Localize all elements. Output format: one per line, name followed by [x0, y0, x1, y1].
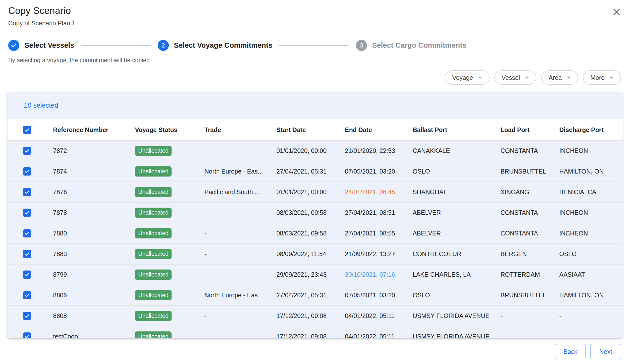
end-date-cell: 07/05/2021, 03:20: [345, 161, 412, 182]
step-number-badge: 2: [158, 40, 169, 51]
column-header-trade[interactable]: Trade: [204, 119, 276, 141]
trade-cell: -: [204, 326, 276, 338]
discharge-port-cell: INCHEON: [559, 141, 623, 161]
reference-number-cell: 7876: [53, 182, 135, 202]
ballast-port-cell: ABELVER: [412, 223, 500, 244]
end-date-cell: 24/01/2021, 06:45: [345, 182, 412, 202]
column-header-discharge-port[interactable]: Discharge Port: [559, 119, 623, 141]
row-checkbox[interactable]: [23, 250, 31, 258]
discharge-port-cell: -: [559, 306, 623, 326]
reference-number-cell: 8808: [53, 306, 135, 326]
ballast-port-cell: LAKE CHARLES, LA: [412, 264, 500, 285]
discharge-port-cell: BENICIA, CA: [559, 182, 623, 202]
table-row[interactable]: 7883 Unallocated - 08/09/2022, 11:54 21/…: [8, 244, 623, 264]
row-checkbox[interactable]: [23, 291, 31, 299]
step-label: Select Cargo Commitments: [372, 41, 466, 49]
filter-label: Voyage: [452, 74, 473, 81]
trade-cell: North Europe - Eas...: [204, 285, 276, 306]
voyage-commitments-table: Reference Number Voyage Status Trade Sta…: [8, 119, 623, 338]
row-checkbox[interactable]: [23, 229, 31, 237]
voyage-status-badge: Unallocated: [135, 208, 172, 218]
next-button[interactable]: Next: [590, 344, 621, 359]
row-checkbox[interactable]: [23, 209, 31, 217]
table-row[interactable]: 7872 Unallocated - 01/01/2020, 00:00 21/…: [8, 141, 623, 161]
voyage-status-badge: Unallocated: [135, 290, 172, 300]
voyage-status-badge: Unallocated: [135, 332, 172, 338]
voyage-table-body: 7872 Unallocated - 01/01/2020, 00:00 21/…: [8, 141, 623, 338]
end-date-cell: 27/04/2021, 08:55: [345, 223, 412, 244]
table-row[interactable]: 8806 Unallocated North Europe - Eas... 2…: [8, 285, 623, 306]
end-date-cell: 04/01/2022, 05:11: [345, 326, 412, 338]
filter-bar: Voyage Vessel Area More: [445, 70, 621, 85]
row-checkbox[interactable]: [23, 333, 31, 338]
chevron-down-icon: [478, 77, 482, 79]
chevron-down-icon: [567, 77, 571, 79]
voyage-status-badge: Unallocated: [135, 228, 172, 238]
ballast-port-cell: OSLO: [412, 285, 500, 306]
row-checkbox[interactable]: [23, 167, 31, 176]
start-date-cell: 01/01/2020, 00:00: [276, 141, 345, 161]
discharge-port-cell: OSLO: [559, 244, 623, 264]
end-date-cell: 04/01/2022, 05:11: [345, 306, 412, 326]
row-checkbox[interactable]: [23, 312, 31, 320]
end-date-cell: 07/05/2021, 03:20: [345, 285, 412, 306]
step-select-cargo-commitments[interactable]: 3 Select Cargo Commitments: [356, 40, 466, 51]
check-icon: [24, 292, 30, 298]
selection-summary-bar: 10 selected: [8, 92, 623, 119]
column-header-load-port[interactable]: Load Port: [500, 119, 559, 141]
filter-label: More: [590, 74, 604, 81]
column-header-voyage-status[interactable]: Voyage Status: [135, 119, 204, 141]
page-title: Copy Scenario: [8, 5, 76, 16]
back-button[interactable]: Back: [555, 344, 586, 359]
table-row[interactable]: 7876 Unallocated Pacific and South ... 0…: [8, 182, 623, 202]
column-header-end-date[interactable]: End Date: [345, 119, 412, 141]
column-header-start-date[interactable]: Start Date: [276, 119, 345, 141]
check-icon: [24, 189, 30, 195]
start-date-cell: 27/04/2021, 05:31: [276, 161, 345, 182]
reference-number-cell: 7883: [53, 244, 135, 264]
dialog-footer: Back Next: [555, 344, 621, 359]
trade-cell: -: [204, 202, 276, 223]
start-date-cell: 08/03/2021, 09:58: [276, 202, 345, 223]
select-all-checkbox[interactable]: [23, 126, 31, 134]
page-subtitle: Copy of Scenario Plan 1: [8, 20, 76, 27]
load-port-cell: CONSTANTA: [500, 202, 559, 223]
filter-vessel[interactable]: Vessel: [494, 70, 536, 85]
table-row[interactable]: 7880 Unallocated - 08/03/2021, 09:58 27/…: [8, 223, 623, 244]
row-checkbox[interactable]: [23, 188, 31, 196]
ballast-port-cell: USMSY FLORIDA AVENUE: [412, 326, 500, 338]
reference-number-cell: 8799: [53, 264, 135, 285]
ballast-port-cell: CANAKKALE: [412, 141, 500, 161]
row-checkbox[interactable]: [23, 147, 31, 155]
trade-cell: -: [204, 223, 276, 244]
close-button[interactable]: [611, 6, 622, 17]
table-row[interactable]: 7878 Unallocated - 08/03/2021, 09:58 27/…: [8, 202, 623, 223]
check-icon: [24, 148, 30, 154]
ballast-port-cell: CONTRECOEUR: [412, 244, 500, 264]
table-header-row: Reference Number Voyage Status Trade Sta…: [8, 119, 623, 141]
reference-number-cell: 8806: [53, 285, 135, 306]
voyage-status-badge: Unallocated: [135, 146, 172, 156]
table-row[interactable]: testCooo Unallocated - 17/12/2021, 09:08…: [8, 326, 623, 338]
reference-number-cell: 7880: [53, 223, 135, 244]
trade-cell: North Europe - Eas...: [204, 161, 276, 182]
step-select-vessels[interactable]: Select Vessels: [8, 40, 74, 51]
column-header-reference-number[interactable]: Reference Number: [53, 119, 135, 141]
check-icon: [24, 210, 30, 216]
row-checkbox[interactable]: [23, 271, 31, 279]
table-row[interactable]: 8808 Unallocated - 17/12/2021, 09:08 04/…: [8, 306, 623, 326]
table-row[interactable]: 8799 Unallocated - 29/09/2021, 23:43 30/…: [8, 264, 623, 285]
voyage-status-badge: Unallocated: [135, 166, 172, 177]
end-date-cell: 21/01/2020, 22:53: [345, 141, 412, 161]
load-port-cell: -: [500, 326, 559, 338]
load-port-cell: ROTTERDAM: [500, 264, 559, 285]
filter-voyage[interactable]: Voyage: [445, 70, 489, 85]
start-date-cell: 17/12/2021, 09:08: [276, 306, 345, 326]
step-select-voyage-commitments[interactable]: 2 Select Voyage Commitments: [158, 40, 272, 51]
filter-more[interactable]: More: [583, 70, 621, 85]
table-row[interactable]: 7874 Unallocated North Europe - Eas... 2…: [8, 161, 623, 182]
column-header-ballast-port[interactable]: Ballast Port: [412, 119, 500, 141]
start-date-cell: 01/01/2021, 00:00: [276, 182, 345, 202]
filter-area[interactable]: Area: [541, 70, 578, 85]
trade-cell: -: [204, 141, 276, 161]
